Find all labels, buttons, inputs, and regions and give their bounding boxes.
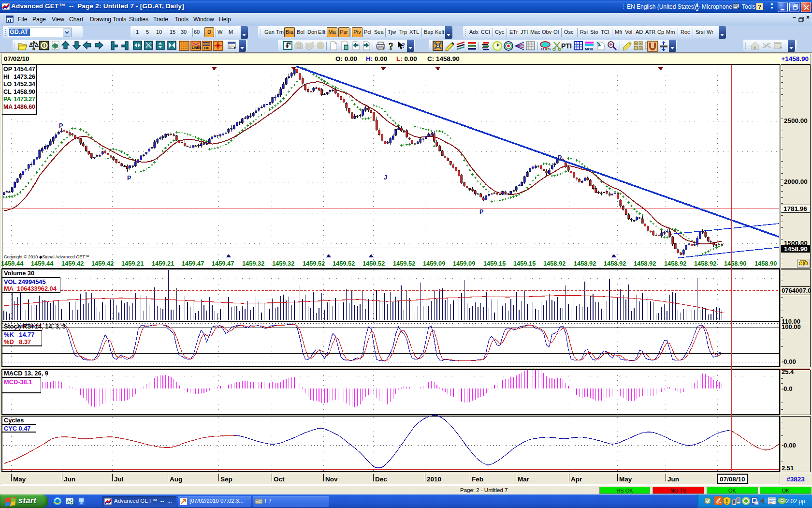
- svg-text:Stoch RSI 14, 14, 3, 3: Stoch RSI 14, 14, 3, 3: [4, 323, 66, 330]
- svg-text:L: 0.00: L: 0.00: [396, 55, 417, 62]
- svg-text:25.4: 25.4: [782, 368, 794, 375]
- svg-text:1459.44: 1459.44: [1, 260, 24, 267]
- svg-text:1454.47: 1454.47: [14, 66, 35, 73]
- svg-text:1459.42: 1459.42: [61, 260, 84, 267]
- svg-text:PTI: PTI: [561, 42, 572, 50]
- svg-text:1458.92: 1458.92: [543, 260, 566, 267]
- svg-text:Volume 30: Volume 30: [4, 269, 34, 277]
- svg-text:1458.90: 1458.90: [14, 89, 35, 95]
- svg-text:C: 1458.90: C: 1458.90: [427, 55, 460, 62]
- svg-text:2.51: 2.51: [782, 464, 794, 472]
- svg-text:100.00: 100.00: [782, 323, 801, 330]
- svg-text:Nov: Nov: [325, 476, 338, 483]
- svg-text:Cycles: Cycles: [4, 417, 24, 424]
- svg-text:1459.52: 1459.52: [362, 260, 385, 267]
- svg-text:FIB: FIB: [204, 46, 209, 50]
- svg-text:1459.21: 1459.21: [152, 260, 174, 267]
- svg-text:?: ?: [402, 42, 405, 49]
- svg-text:1458.90: 1458.90: [784, 245, 808, 253]
- svg-text:Sep: Sep: [220, 476, 232, 483]
- svg-text:1458.92: 1458.92: [664, 260, 686, 267]
- svg-text:VOL 24994545: VOL 24994545: [4, 278, 46, 285]
- svg-text:Aug: Aug: [170, 476, 182, 483]
- svg-text:Feb: Feb: [472, 476, 483, 483]
- svg-text:1459.09: 1459.09: [423, 260, 445, 267]
- svg-text:1459.32: 1459.32: [272, 260, 294, 267]
- svg-text:1459.52: 1459.52: [333, 260, 355, 267]
- svg-text:CYC 0.47: CYC 0.47: [4, 425, 30, 432]
- svg-text:1459.47: 1459.47: [182, 260, 204, 267]
- svg-text:MA 106433962.04: MA 106433962.04: [4, 285, 57, 292]
- svg-text:?: ?: [389, 41, 393, 51]
- svg-text:1459.15: 1459.15: [513, 260, 536, 267]
- svg-text:P: P: [59, 122, 63, 129]
- svg-text:1458.90: 1458.90: [724, 260, 746, 267]
- svg-text:Oct: Oct: [274, 476, 285, 483]
- svg-text:1458.92: 1458.92: [574, 260, 596, 267]
- svg-text:Mar: Mar: [518, 476, 530, 483]
- svg-text:1459.32: 1459.32: [242, 260, 264, 267]
- svg-text:PA: PA: [3, 96, 11, 103]
- svg-text:1458.92: 1458.92: [694, 260, 716, 267]
- svg-text:1459.15: 1459.15: [483, 260, 506, 267]
- svg-text:P: P: [127, 175, 131, 181]
- svg-text:O: 0.00: O: 0.00: [335, 55, 357, 62]
- svg-text:1473.27: 1473.27: [14, 96, 35, 103]
- svg-text:May: May: [13, 476, 26, 483]
- svg-text:ELiPS: ELiPS: [541, 47, 551, 51]
- svg-text:Copyright © 2010 ◆Signal Advan: Copyright © 2010 ◆Signal Advanced GET™: [4, 254, 89, 259]
- svg-text:MACD 13, 26, 9: MACD 13, 26, 9: [4, 370, 48, 377]
- svg-text:2010: 2010: [427, 476, 441, 483]
- svg-text:1458.90: 1458.90: [754, 260, 777, 267]
- svg-text:07/08/10: 07/08/10: [720, 476, 745, 483]
- svg-text:LO: LO: [3, 81, 12, 88]
- svg-text:HI: HI: [3, 74, 9, 80]
- svg-text:#3823: #3823: [786, 476, 805, 483]
- svg-text:Jun: Jun: [64, 476, 75, 483]
- svg-text:0764007.0: 0764007.0: [782, 287, 811, 294]
- svg-text:07/02/10: 07/02/10: [4, 55, 29, 62]
- svg-text:Dec: Dec: [375, 476, 387, 483]
- svg-text:P: P: [558, 154, 562, 161]
- svg-text:MA: MA: [3, 104, 13, 110]
- svg-text:Jul: Jul: [114, 476, 124, 483]
- svg-text:%D 8.37: %D 8.37: [4, 338, 31, 345]
- svg-text:H: 0.00: H: 0.00: [366, 55, 387, 62]
- svg-text:J: J: [430, 131, 434, 138]
- svg-text:%K 14.77: %K 14.77: [4, 331, 34, 338]
- svg-text:2500.00: 2500.00: [784, 117, 808, 124]
- svg-text:1473.26: 1473.26: [14, 74, 35, 80]
- svg-text:2000.00: 2000.00: [784, 178, 808, 185]
- svg-text:1459.52: 1459.52: [303, 260, 325, 267]
- svg-text:1486.60: 1486.60: [14, 104, 35, 110]
- svg-text:1459.47: 1459.47: [212, 260, 234, 267]
- svg-text:1459.42: 1459.42: [91, 260, 114, 267]
- svg-text:1459.09: 1459.09: [453, 260, 475, 267]
- svg-text:MCD-38.1: MCD-38.1: [4, 378, 32, 386]
- svg-text:May: May: [619, 476, 632, 483]
- svg-text:1459.44: 1459.44: [31, 260, 54, 267]
- svg-text:-0.00: -0.00: [782, 442, 796, 449]
- svg-text:1459.21: 1459.21: [121, 260, 144, 267]
- svg-text:-0.0: -0.0: [782, 385, 792, 392]
- svg-text:1459.52: 1459.52: [393, 260, 415, 267]
- svg-text:MOB: MOB: [585, 47, 594, 51]
- svg-text:1781.96: 1781.96: [783, 205, 807, 212]
- svg-text:1458.92: 1458.92: [634, 260, 656, 267]
- svg-text:P: P: [479, 209, 483, 215]
- svg-text:LINES: LINES: [192, 46, 202, 49]
- svg-text:+1458.90: +1458.90: [781, 55, 809, 62]
- svg-text:J: J: [384, 174, 387, 181]
- svg-text:1458.92: 1458.92: [604, 260, 626, 267]
- svg-text:1452.34: 1452.34: [14, 81, 35, 88]
- svg-text:Jun: Jun: [667, 476, 679, 483]
- svg-text:-0.00: -0.00: [782, 358, 796, 365]
- svg-text:CL: CL: [3, 89, 12, 95]
- svg-text:Apr: Apr: [571, 476, 582, 483]
- svg-text:OP: OP: [3, 66, 12, 73]
